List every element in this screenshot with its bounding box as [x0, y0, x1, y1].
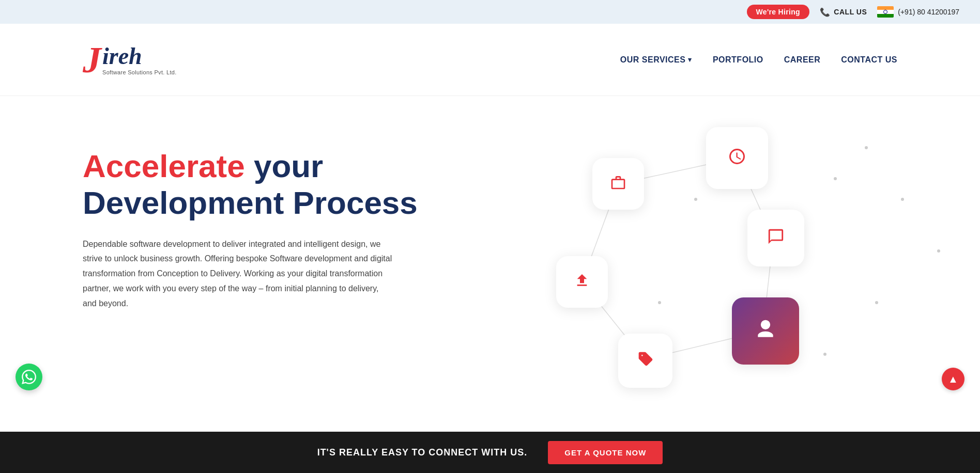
nav-our-services-label: OUR SERVICES — [620, 55, 686, 65]
nav-our-services[interactable]: OUR SERVICES ▾ — [620, 55, 692, 65]
briefcase-card — [592, 158, 644, 210]
svg-point-13 — [658, 301, 661, 304]
hero-title: Accelerate your Development Process — [83, 148, 418, 222]
upload-icon — [574, 272, 590, 292]
upload-card — [556, 256, 608, 308]
svg-point-8 — [901, 198, 904, 201]
nav-portfolio-label: PORTFOLIO — [713, 55, 763, 65]
flag-green-stripe — [877, 14, 894, 18]
svg-point-12 — [694, 198, 697, 201]
get-quote-button[interactable]: GET A QUOTE NOW — [548, 441, 663, 464]
svg-point-7 — [865, 146, 868, 149]
briefcase-icon — [610, 174, 626, 194]
ashoka-chakra — [883, 10, 887, 14]
hiring-button[interactable]: We're Hiring — [747, 5, 809, 19]
clock-card — [706, 127, 768, 189]
phone-number: (+91) 80 41200197 — [898, 8, 959, 16]
svg-point-9 — [937, 249, 940, 253]
whatsapp-icon — [22, 370, 36, 384]
hero-description: Dependable software development to deliv… — [83, 237, 393, 311]
cta-bar: IT'S REALLY EASY TO CONNECT WITH US. GET… — [0, 432, 980, 468]
svg-point-6 — [834, 177, 837, 180]
call-us-section: 📞 CALL US — [820, 7, 867, 17]
nav-career[interactable]: CAREER — [784, 55, 821, 65]
clock-icon — [728, 147, 746, 169]
flag-white-stripe — [877, 10, 894, 14]
nav-portfolio[interactable]: PORTFOLIO — [713, 55, 763, 65]
svg-point-10 — [875, 301, 878, 304]
logo-ireh: ireh — [102, 44, 177, 68]
tag-card — [618, 334, 672, 388]
scroll-top-button[interactable]: ▲ — [942, 368, 964, 390]
chat-icon — [767, 228, 785, 249]
tag-icon — [637, 351, 654, 371]
chevron-down-icon: ▾ — [688, 56, 692, 64]
phone-with-flag: (+91) 80 41200197 — [877, 6, 959, 18]
logo-j: J — [83, 41, 101, 78]
call-us-label: CALL US — [834, 8, 867, 16]
logo-text-block: ireh Software Solutions Pvt. Ltd. — [102, 44, 177, 75]
nav-career-label: CAREER — [784, 55, 821, 65]
phone-icon: 📞 — [820, 7, 831, 17]
person-card — [732, 297, 799, 365]
logo-subtitle: Software Solutions Pvt. Ltd. — [102, 69, 177, 75]
floating-icons-area — [515, 96, 980, 468]
top-bar: We're Hiring 📞 CALL US (+91) 80 41200197 — [0, 0, 980, 24]
hero-section: Accelerate your Development Process Depe… — [0, 96, 980, 468]
chat-card — [747, 210, 804, 266]
chevron-up-icon: ▲ — [948, 373, 958, 385]
logo[interactable]: J ireh Software Solutions Pvt. Ltd. — [83, 41, 177, 78]
hero-content: Accelerate your Development Process Depe… — [83, 127, 418, 311]
header: J ireh Software Solutions Pvt. Ltd. OUR … — [0, 24, 980, 96]
person-icon — [754, 318, 777, 344]
flag-orange-stripe — [877, 6, 894, 10]
whatsapp-fab[interactable] — [16, 364, 42, 390]
india-flag — [877, 6, 894, 18]
main-nav: OUR SERVICES ▾ PORTFOLIO CAREER CONTACT … — [620, 55, 897, 65]
cta-text: IT'S REALLY EASY TO CONNECT WITH US. — [317, 447, 528, 458]
hero-title-line2: Development Process — [83, 185, 418, 220]
hero-title-rest: your — [245, 148, 324, 184]
nav-contact-us-label: CONTACT US — [841, 55, 897, 65]
nav-contact-us[interactable]: CONTACT US — [841, 55, 897, 65]
hero-title-accent: Accelerate — [83, 148, 245, 184]
svg-point-11 — [823, 353, 826, 356]
